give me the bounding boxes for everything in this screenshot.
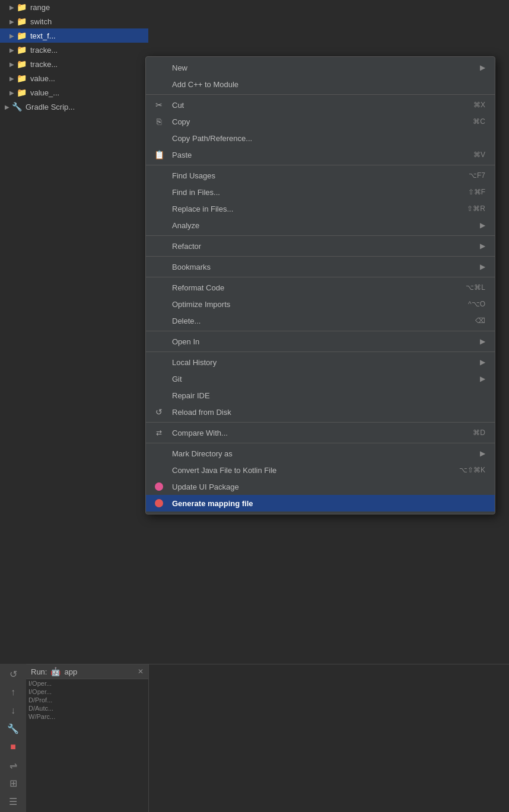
shortcut: ⇧⌘F: [456, 188, 485, 196]
refresh-icon[interactable]: ↺: [4, 667, 22, 681]
tree-arrow: ▶: [9, 47, 14, 53]
submenu-arrow: ▶: [480, 375, 485, 383]
tree-item-tracker1[interactable]: ▶ 📁 tracke...: [0, 43, 148, 57]
menu-label: New: [172, 63, 187, 72]
menu-item-update-ui-package[interactable]: Update UI Package: [146, 478, 495, 495]
menu-label: Repair IDE: [172, 391, 210, 400]
menu-label: Delete...: [172, 317, 201, 325]
folder-icon: 📁: [17, 17, 27, 26]
menu-item-copy[interactable]: ⎘ Copy ⌘C: [146, 113, 495, 130]
tree-item-switch[interactable]: ▶ 📁 switch: [0, 14, 148, 28]
menu-label: Compare With...: [172, 429, 228, 437]
compare-icon: ⇄: [153, 427, 165, 439]
menu-item-open-in[interactable]: Open In ▶: [146, 333, 495, 350]
menu-item-generate-mapping[interactable]: Generate mapping file: [146, 495, 495, 512]
menu-label: Update UI Package: [172, 482, 239, 491]
menu-item-replace-in-files[interactable]: Replace in Files... ⇧⌘R: [146, 200, 495, 217]
shortcut: ⌥F7: [457, 171, 485, 180]
menu-item-cut[interactable]: ✂ Cut ⌘X: [146, 97, 495, 113]
menu-item-find-usages[interactable]: Find Usages ⌥F7: [146, 167, 495, 184]
menu-label: Analyze: [172, 221, 199, 230]
submenu-arrow: ▶: [480, 263, 485, 271]
tree-item-tracker2[interactable]: ▶ 📁 tracke...: [0, 57, 148, 71]
menu-item-new[interactable]: New ▶: [146, 59, 495, 76]
run-log: I/Oper... I/Oper... D/Prof... D/Autc... …: [26, 679, 148, 721]
menu-item-reload-from-disk[interactable]: ↺ Reload from Disk: [146, 404, 495, 420]
menu-label: Find Usages: [172, 171, 215, 180]
plugin-pink-icon: [153, 481, 165, 493]
folder-icon: 📁: [17, 2, 27, 12]
menu-item-delete[interactable]: Delete... ⌫: [146, 312, 495, 329]
reload-icon: ↺: [153, 406, 165, 418]
shortcut: ⇧⌘R: [455, 204, 485, 213]
menu-item-reformat-code[interactable]: Reformat Code ⌥⌘L: [146, 279, 495, 296]
menu-item-local-history[interactable]: Local History ▶: [146, 354, 495, 370]
run-panel: Run: 🤖 app ✕ I/Oper... I/Oper... D/Prof.…: [26, 664, 148, 812]
menu-label: Local History: [172, 358, 217, 367]
menu-label: Reformat Code: [172, 283, 224, 292]
expand-icon[interactable]: ⊞: [4, 777, 22, 791]
separator: [146, 422, 495, 423]
toggle-wrap-icon[interactable]: ⇌: [4, 759, 22, 772]
menu-item-find-in-files[interactable]: Find in Files... ⇧⌘F: [146, 184, 495, 200]
tree-arrow: ▶: [9, 75, 14, 82]
submenu-arrow: ▶: [480, 242, 485, 250]
close-run-button[interactable]: ✕: [138, 667, 144, 676]
menu-item-convert-java-kotlin[interactable]: Convert Java File to Kotlin File ⌥⇧⌘K: [146, 462, 495, 478]
gradle-icon: 🔧: [12, 102, 22, 111]
tree-arrow: ▶: [5, 104, 9, 110]
shortcut: ⌥⇧⌘K: [447, 466, 485, 474]
menu-label: Reload from Disk: [172, 408, 231, 417]
up-icon[interactable]: ↑: [4, 686, 22, 699]
log-line-5: W/Parc...: [26, 712, 148, 721]
tree-item-textfield[interactable]: ▶ 📁 text_f...: [0, 28, 148, 43]
menu-label: Generate mapping file: [172, 499, 253, 508]
tree-arrow: ▶: [9, 61, 14, 68]
menu-item-compare-with[interactable]: ⇄ Compare With... ⌘D: [146, 424, 495, 441]
tree-item-value1[interactable]: ▶ 📁 value...: [0, 71, 148, 85]
tree-item-label: range: [30, 3, 50, 12]
separator: [146, 331, 495, 331]
folder-icon: 📁: [17, 31, 27, 40]
menu-item-analyze[interactable]: Analyze ▶: [146, 217, 495, 234]
menu-label: Cut: [172, 101, 184, 110]
right-log-panel: [148, 664, 509, 812]
menu-label: Add C++ to Module: [172, 80, 238, 89]
tree-item-label: tracke...: [30, 46, 58, 55]
run-label: Run:: [31, 667, 47, 676]
menu-label: Find in Files...: [172, 188, 220, 197]
cut-icon: ✂: [153, 99, 165, 111]
run-header: Run: 🤖 app ✕: [26, 664, 148, 679]
context-menu: New ▶ Add C++ to Module ✂ Cut ⌘X ⎘ Copy …: [145, 56, 495, 514]
log-line-1: I/Oper...: [26, 679, 148, 688]
shortcut: ⌘X: [462, 101, 485, 109]
menu-item-add-cpp[interactable]: Add C++ to Module: [146, 76, 495, 92]
stop-icon[interactable]: ■: [4, 740, 22, 754]
menu-item-repair-ide[interactable]: Repair IDE: [146, 387, 495, 404]
submenu-arrow: ▶: [480, 63, 485, 72]
menu-item-optimize-imports[interactable]: Optimize Imports ^⌥O: [146, 296, 495, 312]
down-icon[interactable]: ↓: [4, 704, 22, 718]
menu-label: Bookmarks: [172, 263, 211, 271]
menu-label: Paste: [172, 151, 192, 159]
settings-icon[interactable]: 🔧: [4, 722, 22, 736]
menu-item-git[interactable]: Git ▶: [146, 370, 495, 387]
separator: [146, 277, 495, 277]
folder-icon: 📁: [17, 45, 27, 55]
menu-item-bookmarks[interactable]: Bookmarks ▶: [146, 258, 495, 275]
tree-item-range[interactable]: ▶ 📁 range: [0, 0, 148, 14]
separator: [146, 94, 495, 95]
tree-item-value2[interactable]: ▶ 📁 value_...: [0, 85, 148, 100]
shortcut: ⌫: [463, 317, 485, 325]
more-icon[interactable]: ☰: [4, 795, 22, 808]
menu-label: Copy Path/Reference...: [172, 134, 252, 143]
menu-label: Refactor: [172, 242, 201, 251]
tree-item-gradle[interactable]: ▶ 🔧 Gradle Scrip...: [0, 100, 148, 114]
menu-item-paste[interactable]: 📋 Paste ⌘V: [146, 146, 495, 163]
menu-item-copy-path[interactable]: Copy Path/Reference...: [146, 130, 495, 146]
folder-icon: 📁: [17, 59, 27, 69]
tree-arrow: ▶: [9, 4, 14, 11]
menu-item-refactor[interactable]: Refactor ▶: [146, 238, 495, 254]
plugin-red-icon: [153, 497, 165, 509]
menu-item-mark-directory-as[interactable]: Mark Directory as ▶: [146, 445, 495, 462]
